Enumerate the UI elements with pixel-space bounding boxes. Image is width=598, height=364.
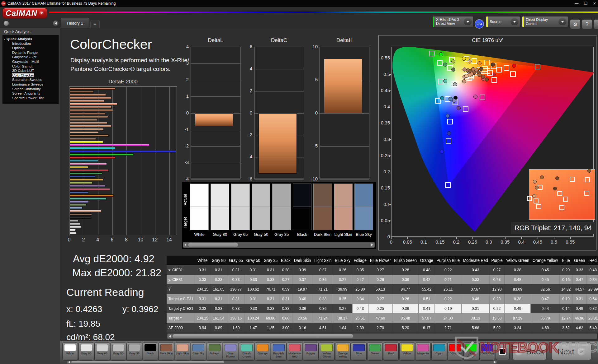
sidebar-item-options[interactable]: Options (3, 46, 58, 50)
scrollbar-thumb[interactable] (188, 243, 238, 247)
patch-button-orange-yellow[interactable]: Orange Yellow (335, 343, 351, 361)
sidebar-item-introduction[interactable]: Introduction (3, 41, 58, 46)
pattern-window-button[interactable] (496, 343, 510, 360)
chevron-down-icon[interactable] (464, 18, 472, 25)
target-marker-blue (446, 138, 451, 144)
gridline (169, 87, 170, 235)
patch-button-blue-flower[interactable]: Blue Flower (223, 343, 238, 361)
patch-button-100-blue[interactable]: 100% Blue (479, 343, 495, 361)
patch-button-label: 100% Blue (480, 352, 495, 358)
scroll-left-icon[interactable] (67, 361, 71, 363)
table-cell: 0.25 (333, 294, 352, 304)
inset-target-marker (584, 191, 589, 196)
patch-button-purplish-blue[interactable]: Purplish Blue (271, 343, 287, 361)
inset-measured-marker (540, 175, 544, 179)
patch-button-light-skin[interactable]: Light Skin (175, 343, 190, 361)
help-button[interactable]: ? (582, 19, 592, 29)
patch-button-white[interactable]: White (62, 343, 78, 361)
sidebar-item-3d-cube-lut[interactable]: 3D Cube LUT (3, 68, 58, 73)
table-cell: 0.32 (587, 304, 598, 313)
scrollbar-thumb[interactable] (173, 334, 353, 338)
patch-button-magenta[interactable]: Magenta (415, 343, 431, 361)
sidebar-item-dynamic-range[interactable]: Dynamic Range (3, 50, 58, 55)
patch-button-gray-35[interactable]: Gray 35 (126, 343, 142, 361)
scroll-right-icon[interactable] (493, 361, 496, 363)
table-cell: 5.20 (392, 323, 419, 333)
target-marker-red (510, 71, 516, 77)
scroll-left-icon[interactable] (183, 243, 187, 247)
sidebar-item-colorchecker[interactable]: ColorChecker (3, 73, 58, 78)
table-cell: 19.97 (292, 284, 312, 294)
patch-button-blue-sky[interactable]: Blue Sky (191, 343, 206, 361)
back-button[interactable]: « Back (512, 343, 547, 360)
deltal-title: DeltaL (191, 37, 240, 44)
source-label: Source (488, 20, 510, 24)
next-button[interactable]: Next » (552, 343, 591, 360)
sidebar-item-screen-angularity[interactable]: Screen Angularity (3, 91, 58, 96)
scroll-right-icon[interactable] (370, 243, 374, 247)
patch-button-100-red[interactable]: 100% Red (447, 343, 463, 361)
patch-button-orange[interactable]: Orange (255, 343, 270, 361)
close-button[interactable]: ✕ (593, 1, 596, 6)
sidebar-item-grayscale-2pt[interactable]: Grayscale - 2pt (3, 55, 58, 59)
sidebar-item-luminance-sweeps[interactable]: Luminance Sweeps (3, 82, 58, 87)
calman-menu-button[interactable]: CalMAN (2, 8, 47, 18)
patch-button-gray-50[interactable]: Gray 50 (111, 343, 126, 361)
maximize-button[interactable]: ❐ (584, 1, 587, 6)
tick-line (191, 63, 240, 64)
patch-button-gray-65[interactable]: Gray 65 (94, 343, 110, 361)
settings-button[interactable]: ⚙ (570, 19, 581, 29)
chevron-down-icon[interactable] (510, 18, 519, 25)
add-tab-button[interactable]: + (90, 20, 100, 28)
sidebar-collapse-button[interactable] (53, 21, 59, 26)
patch-button-moderate-red[interactable]: Moderate Red (287, 343, 302, 361)
table-cell: 0.49 (504, 304, 531, 313)
sidebar-item-spectral-power-dist-[interactable]: Spectral Power Dist. (3, 96, 58, 100)
meter-dropdown[interactable]: X-Rite i1Pro 2Direct View (432, 16, 473, 27)
tick-label: -3 (180, 160, 189, 165)
display-control-dropdown[interactable]: Direct Display Control (522, 16, 568, 27)
patch-button-cyan[interactable]: Cyan (431, 343, 447, 361)
sidebar-item-grayscale-multi[interactable]: Grayscale - Multi (3, 59, 58, 64)
patch-button-purple[interactable]: Purple (303, 343, 319, 361)
patch-button-yellow[interactable]: Yellow (399, 343, 415, 361)
titlebar[interactable]: CM CalMAN 2017 CalMAN Ultimate for Busin… (0, 0, 598, 7)
pattern-count-badge[interactable]: 234 (475, 19, 484, 29)
patch-strip-scrollbar[interactable] (183, 242, 375, 248)
minimize-button[interactable]: — (575, 1, 578, 6)
chevron-down-icon[interactable] (558, 18, 567, 25)
sidebar-option-dot[interactable] (4, 21, 9, 26)
scrollbar-thumb[interactable] (71, 361, 224, 363)
sidebar-item-color-gamut[interactable]: Color Gamut (3, 64, 58, 69)
patch-button-yellow-green[interactable]: Yellow Green (319, 343, 335, 361)
patch-bar-scrollbar[interactable] (67, 361, 497, 364)
patch-button-bluish-green[interactable]: Bluish Green (239, 343, 254, 361)
chevron-down-icon[interactable] (39, 11, 44, 16)
sidebar-item-saturation-sweeps[interactable]: Saturation Sweeps (3, 77, 58, 82)
de2000-bar (69, 100, 104, 102)
cie-1976-panel: CIE 1976 u'v' 0.550.50.450.40.350.30.250… (378, 35, 596, 250)
sidebar-item-screen-uniformity[interactable]: Screen Uniformity (3, 87, 58, 91)
scroll-left-icon[interactable] (168, 334, 172, 338)
actual-swatch (334, 184, 353, 207)
patch-button-red[interactable]: Red (383, 343, 399, 361)
collapse-panel-button[interactable] (594, 19, 598, 29)
patch-button-gray-80[interactable]: Gray 80 (78, 343, 94, 361)
table-scrollbar[interactable] (167, 334, 597, 339)
column-header: Dark Skin (292, 256, 312, 265)
tick-line (191, 80, 240, 80)
tick-line (191, 47, 240, 47)
patch-button-foliage[interactable]: Foliage (207, 343, 222, 361)
table-cell: 0.51 (418, 294, 435, 304)
patch-button-100-green[interactable]: 100% Green (463, 343, 479, 361)
tab-history-1[interactable]: History 1 (61, 18, 89, 28)
tick-label: 4 (180, 44, 189, 49)
source-dropdown[interactable]: Source (486, 16, 520, 27)
patch-button-blue[interactable]: Blue (351, 343, 367, 361)
de2000-bar (69, 207, 83, 209)
sidebar-item-quick-analysis[interactable]: Quick Analysis (3, 37, 58, 41)
patch-button-green[interactable]: Green (367, 343, 383, 361)
patch-button-black[interactable]: Black (143, 343, 158, 361)
table-cell: 0.33 (244, 304, 262, 313)
patch-button-dark-skin[interactable]: Dark Skin (159, 343, 174, 361)
